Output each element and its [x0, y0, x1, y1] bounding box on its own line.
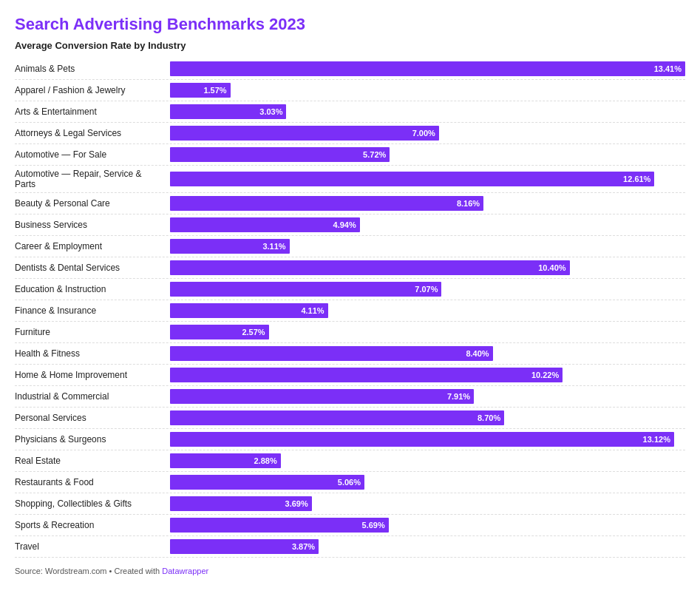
- bar-chart: Animals & Pets13.41%Apparel / Fashion & …: [15, 58, 685, 558]
- bar-area: 2.57%: [170, 325, 685, 339]
- bar-value: 2.57%: [242, 328, 265, 337]
- bar-row: Personal Services8.70%: [15, 408, 685, 429]
- bar-label: Career & Employment: [15, 241, 170, 251]
- bar-fill: 13.41%: [170, 61, 685, 76]
- bar-row: Automotive — For Sale5.72%: [15, 144, 685, 166]
- bar-fill: 8.70%: [170, 410, 504, 425]
- bar-area: 13.41%: [170, 61, 685, 76]
- bar-label: Industrial & Commercial: [15, 391, 170, 402]
- bar-label: Health & Fitness: [15, 348, 170, 359]
- bar-area: 3.87%: [170, 539, 685, 554]
- bar-area: 10.40%: [170, 260, 685, 275]
- bar-area: 8.70%: [170, 410, 685, 425]
- bar-area: 5.72%: [170, 147, 685, 162]
- bar-value: 13.41%: [654, 64, 682, 73]
- bar-area: 13.12%: [170, 432, 685, 447]
- bar-value: 12.61%: [623, 175, 650, 183]
- bar-fill: 2.88%: [170, 453, 281, 468]
- bar-row: Travel3.87%: [15, 536, 685, 558]
- bar-row: Real Estate2.88%: [15, 450, 685, 472]
- bar-value: 7.07%: [415, 285, 438, 294]
- bar-fill: 4.11%: [170, 303, 328, 318]
- bar-label: Business Services: [15, 220, 170, 230]
- bar-area: 8.40%: [170, 346, 685, 361]
- chart-subtitle: Average Conversion Rate by Industry: [15, 40, 685, 51]
- bar-row: Animals & Pets13.41%: [15, 58, 685, 80]
- bar-label: Sports & Recreation: [15, 520, 170, 530]
- bar-row: Automotive — Repair, Service & Parts12.6…: [15, 166, 685, 193]
- bar-fill: 5.72%: [170, 147, 390, 162]
- bar-row: Sports & Recreation5.69%: [15, 515, 685, 536]
- bar-label: Personal Services: [15, 413, 170, 423]
- bar-area: 5.69%: [170, 518, 685, 533]
- bar-fill: 7.07%: [170, 282, 441, 297]
- bar-row: Physicians & Surgeons13.12%: [15, 429, 685, 450]
- bar-fill: 3.11%: [170, 239, 290, 254]
- bar-row: Dentists & Dental Services10.40%: [15, 257, 685, 279]
- bar-row: Career & Employment3.11%: [15, 236, 685, 257]
- bar-area: 7.07%: [170, 282, 685, 297]
- bar-label: Apparel / Fashion & Jewelry: [15, 85, 170, 95]
- bar-row: Apparel / Fashion & Jewelry1.57%: [15, 80, 685, 101]
- bar-value: 5.69%: [362, 521, 385, 530]
- bar-label: Restaurants & Food: [15, 477, 170, 487]
- bar-fill: 10.22%: [170, 368, 563, 382]
- bar-area: 2.88%: [170, 453, 685, 468]
- bar-value: 13.12%: [643, 435, 670, 444]
- bar-row: Arts & Entertainment3.03%: [15, 101, 685, 123]
- bar-label: Attorneys & Legal Services: [15, 128, 170, 138]
- bar-label: Physicians & Surgeons: [15, 434, 170, 445]
- bar-row: Finance & Insurance4.11%: [15, 300, 685, 322]
- bar-value: 4.11%: [301, 306, 324, 315]
- bar-row: Attorneys & Legal Services7.00%: [15, 123, 685, 144]
- bar-row: Restaurants & Food5.06%: [15, 472, 685, 493]
- bar-area: 7.91%: [170, 389, 685, 404]
- bar-label: Home & Home Improvement: [15, 370, 170, 380]
- bar-value: 1.57%: [203, 86, 226, 95]
- bar-area: 3.11%: [170, 239, 685, 254]
- bar-value: 5.72%: [363, 150, 386, 159]
- bar-area: 3.03%: [170, 104, 685, 119]
- bar-fill: 3.69%: [170, 496, 312, 511]
- bar-fill: 5.69%: [170, 518, 389, 533]
- bar-area: 4.11%: [170, 303, 685, 318]
- bar-value: 4.94%: [333, 220, 356, 229]
- bar-area: 12.61%: [170, 172, 685, 186]
- bar-label: Education & Instruction: [15, 284, 170, 294]
- bar-label: Automotive — For Sale: [15, 149, 170, 160]
- bar-row: Business Services4.94%: [15, 214, 685, 236]
- source-text: Source: Wordstream.com • Created with Da…: [15, 567, 685, 575]
- bar-value: 8.16%: [457, 199, 480, 208]
- bar-fill: 13.12%: [170, 432, 674, 447]
- bar-row: Industrial & Commercial7.91%: [15, 386, 685, 408]
- bar-row: Home & Home Improvement10.22%: [15, 365, 685, 386]
- bar-row: Shopping, Collectibles & Gifts3.69%: [15, 493, 685, 515]
- bar-fill: 10.40%: [170, 260, 570, 275]
- datawrapper-link[interactable]: Datawrapper: [162, 567, 208, 575]
- bar-value: 10.40%: [538, 263, 565, 272]
- bar-label: Real Estate: [15, 456, 170, 466]
- bar-value: 3.69%: [285, 499, 308, 508]
- bar-row: Furniture2.57%: [15, 322, 685, 343]
- bar-value: 3.03%: [259, 107, 282, 116]
- bar-fill: 1.57%: [170, 83, 231, 98]
- bar-value: 5.06%: [338, 478, 361, 487]
- bar-fill: 7.91%: [170, 389, 474, 404]
- bar-fill: 5.06%: [170, 475, 364, 490]
- bar-fill: 2.57%: [170, 325, 269, 339]
- bar-value: 8.70%: [478, 413, 500, 422]
- bar-fill: 3.87%: [170, 539, 319, 554]
- bar-area: 8.16%: [170, 196, 685, 211]
- bar-row: Beauty & Personal Care8.16%: [15, 193, 685, 214]
- bar-value: 10.22%: [531, 371, 559, 379]
- bar-label: Animals & Pets: [15, 64, 170, 74]
- bar-area: 7.00%: [170, 126, 685, 141]
- bar-row: Health & Fitness8.40%: [15, 343, 685, 365]
- bar-value: 3.87%: [292, 542, 315, 551]
- bar-value: 7.00%: [412, 129, 435, 138]
- bar-label: Dentists & Dental Services: [15, 263, 170, 273]
- bar-area: 1.57%: [170, 83, 685, 98]
- bar-fill: 4.94%: [170, 217, 360, 232]
- bar-value: 7.91%: [447, 392, 470, 401]
- bar-fill: 7.00%: [170, 126, 439, 141]
